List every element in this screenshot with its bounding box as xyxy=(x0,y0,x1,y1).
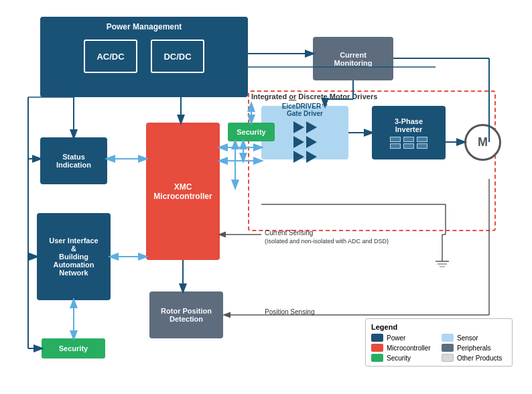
current-monitoring-block: Current Monitoring xyxy=(313,37,393,80)
current-sensing-sub-label: (Isolated and non-isolated with ADC and … xyxy=(265,238,389,245)
legend-item-security: Security xyxy=(371,354,436,362)
legend-label-other: Other Products xyxy=(457,354,502,362)
security-top-badge: Security xyxy=(228,123,275,141)
current-sensing-label: Current Sensing xyxy=(265,229,313,237)
status-indication-block: Status Indication xyxy=(40,137,107,184)
legend-color-other xyxy=(442,354,454,362)
legend-item-other: Other Products xyxy=(442,354,507,362)
legend-color-power xyxy=(371,334,383,342)
power-management-title: Power Management xyxy=(42,18,247,34)
legend-item-power: Power xyxy=(371,334,436,342)
integrated-label: Integrated or Discrete Motor Drivers xyxy=(251,92,377,101)
legend-color-security xyxy=(371,354,383,362)
legend-color-sensor xyxy=(442,334,454,342)
diagram-container: Power Management AC/DC DC/DC Current Mon… xyxy=(0,0,532,394)
position-sensing-label: Position Sensing xyxy=(265,308,315,316)
ac-dc-box: AC/DC xyxy=(84,40,137,73)
three-phase-inverter-block: 3-Phase Inverter xyxy=(372,106,446,159)
legend-label-security: Security xyxy=(387,354,411,362)
legend-title: Legend xyxy=(371,323,507,331)
legend-item-sensor: Sensor xyxy=(442,334,507,342)
user-interface-block: User Interface & Building Automation Net… xyxy=(37,213,111,300)
xmc-microcontroller-block: XMC Microcontroller xyxy=(146,123,220,260)
legend-item-microcontroller: Microcontroller xyxy=(371,344,436,352)
legend-color-peripherals xyxy=(442,344,454,352)
legend-grid: Power Sensor Microcontroller Peripherals… xyxy=(371,334,507,362)
legend-label-peripherals: Peripherals xyxy=(457,344,491,352)
legend-label-power: Power xyxy=(387,334,405,342)
legend-item-peripherals: Peripherals xyxy=(442,344,507,352)
legend-box: Legend Power Sensor Microcontroller Peri… xyxy=(365,318,513,367)
motor-circle: M xyxy=(464,124,501,161)
dc-dc-box: DC/DC xyxy=(151,40,204,73)
legend-label-sensor: Sensor xyxy=(457,334,478,342)
security-bottom-badge: Security xyxy=(42,338,105,358)
legend-color-microcontroller xyxy=(371,344,383,352)
rotor-position-block: Rotor Position Detection xyxy=(149,291,223,338)
legend-label-microcontroller: Microcontroller xyxy=(387,344,431,352)
power-management-block: Power Management AC/DC DC/DC xyxy=(40,17,248,97)
